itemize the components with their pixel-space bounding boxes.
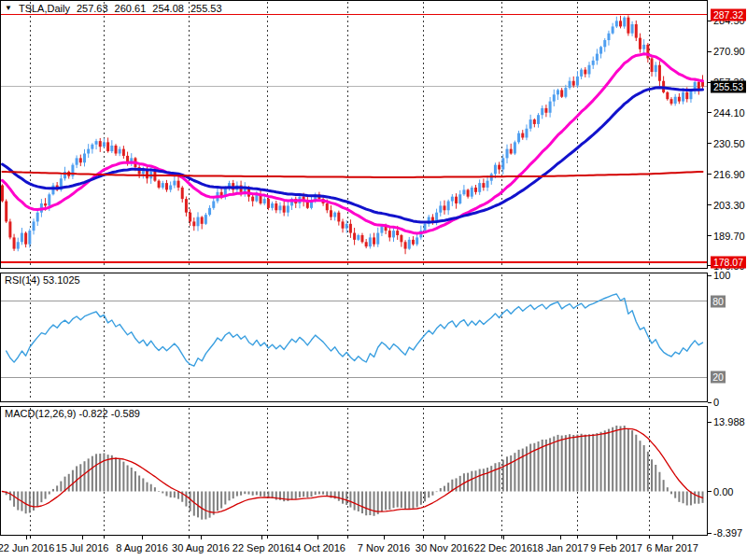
price-axis-tick: 216.90 xyxy=(713,169,745,180)
rsi-level-badge: 20 xyxy=(711,371,726,384)
price-axis-tick: 270.90 xyxy=(713,46,745,57)
chart-canvas[interactable] xyxy=(0,0,747,560)
rsi-axis-tick: 100 xyxy=(713,270,730,281)
macd-panel-label: MACD(12,26,9) -0.822 -0.589 xyxy=(5,408,140,419)
chart-window: ▼ TSLA,Daily 257.63 260.61 254.08 255.53… xyxy=(0,0,747,560)
date-axis-label: 8 Aug 2016 xyxy=(116,542,168,553)
date-axis-label: 15 Jul 2016 xyxy=(56,542,109,553)
chart-header: ▼ TSLA,Daily 257.63 260.61 254.08 255.53 xyxy=(5,2,222,15)
date-axis-label: 9 Feb 2017 xyxy=(590,542,642,553)
ohlc-high: 260.61 xyxy=(115,3,147,14)
level-price-badge: 287.32 xyxy=(711,8,746,21)
price-axis-tick: 230.50 xyxy=(713,138,745,149)
collapse-indicator-icon[interactable]: ▼ xyxy=(5,4,12,13)
date-axis-label: 18 Jan 2017 xyxy=(532,542,589,553)
date-axis-label: 30 Nov 2016 xyxy=(416,542,473,553)
price-axis-tick: 203.30 xyxy=(713,200,745,211)
ohlc-low: 254.08 xyxy=(152,3,184,14)
current-price-badge: 255.53 xyxy=(711,80,746,92)
date-axis-label: 30 Aug 2016 xyxy=(172,542,230,553)
price-axis-tick: 189.70 xyxy=(713,231,745,242)
date-axis-label: 14 Oct 2016 xyxy=(289,542,345,553)
date-axis-label: 22 Jun 2016 xyxy=(0,542,54,553)
macd-axis-tick: 13.988 xyxy=(713,416,745,427)
date-axis-label: 22 Dec 2016 xyxy=(474,542,532,553)
level-price-badge: 178.07 xyxy=(711,256,746,268)
rsi-axis-tick: 0 xyxy=(713,397,719,408)
rsi-level-badge: 80 xyxy=(711,295,726,307)
ohlc-close: 255.53 xyxy=(190,3,222,14)
macd-axis-tick: -8.397 xyxy=(713,527,742,539)
symbol-period-label: TSLA,Daily xyxy=(19,3,70,14)
ohlc-open: 257.63 xyxy=(77,3,108,14)
price-axis-tick: 244.10 xyxy=(713,107,745,119)
macd-axis-tick: 0.00 xyxy=(713,486,733,497)
date-axis-label: 22 Sep 2016 xyxy=(233,542,290,553)
rsi-panel-label: RSI(14) 53.1025 xyxy=(5,274,80,286)
date-axis-label: 6 Mar 2017 xyxy=(646,542,698,553)
date-axis-label: 7 Nov 2016 xyxy=(358,542,410,553)
